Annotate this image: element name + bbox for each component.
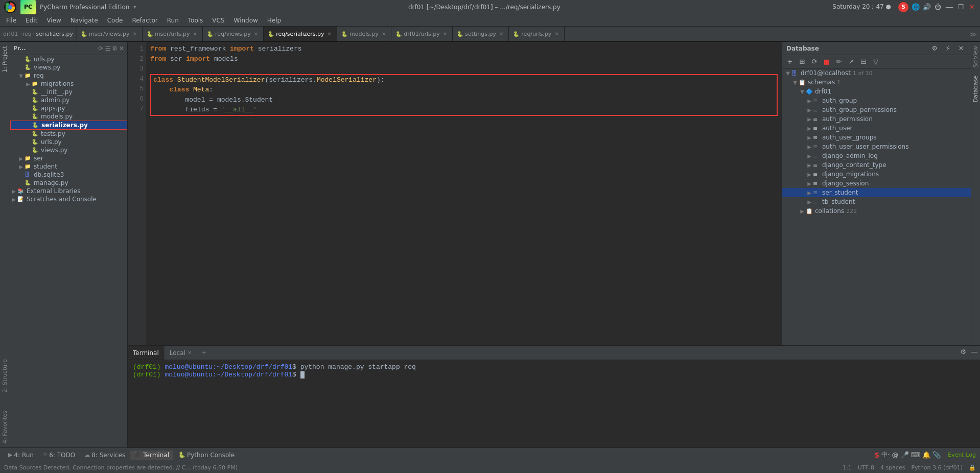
sidebar-close-btn[interactable]: ✕: [119, 45, 124, 52]
tree-folder-ext-libs[interactable]: ▶ 📚 External Libraries: [10, 187, 127, 195]
db-table-btn[interactable]: ⊟: [858, 56, 869, 67]
db-item-django-admin[interactable]: ▶ ≡ django_admin_log: [782, 151, 971, 160]
minimize-icon[interactable]: —: [945, 3, 953, 11]
tree-item-db[interactable]: 🗄 db.sqlite3: [10, 171, 127, 179]
db-item-django-migrations[interactable]: ▶ ≡ django_migrations: [782, 170, 971, 179]
network-icon[interactable]: 🌐: [912, 3, 920, 11]
db-item-drf01[interactable]: ▼ 🔷 drf01: [782, 87, 971, 96]
tree-item-manage[interactable]: 🐍 manage.py: [10, 179, 127, 187]
db-grid-btn[interactable]: ⊞: [797, 56, 808, 67]
db-item-django-content[interactable]: ▶ ≡ django_content_type: [782, 160, 971, 170]
db-item-schemas[interactable]: ▼ 📋 schemas 1: [782, 78, 971, 87]
db-item-auth-group[interactable]: ▶ ≡ auth_group: [782, 96, 971, 105]
menu-code[interactable]: Code: [103, 16, 127, 25]
tree-item-tests[interactable]: 🐍 tests.py: [10, 130, 127, 138]
db-refresh-btn[interactable]: ⟳: [809, 56, 820, 67]
db-item-auth-user[interactable]: ▶ ≡ auth_user: [782, 124, 971, 133]
tab-mser-views[interactable]: 🐍 mser/views.py ✕: [77, 27, 143, 41]
tab-close-req-views[interactable]: ✕: [253, 31, 259, 37]
menu-help[interactable]: Help: [263, 16, 285, 25]
cursor-position[interactable]: 1:1: [843, 464, 852, 471]
menu-tools[interactable]: Tools: [184, 16, 207, 25]
db-item-tb-student[interactable]: ▶ ≡ tb_student: [782, 197, 971, 206]
dropdown-arrow[interactable]: ▾: [133, 4, 136, 10]
project-panel-tab[interactable]: 1: Project: [1, 42, 9, 77]
tab-req-urls[interactable]: 🐍 req/urls.py ✕: [509, 27, 564, 41]
tree-item-models[interactable]: 🐍 models.py: [10, 112, 127, 121]
encoding[interactable]: UTF-8: [858, 464, 874, 471]
menu-vcs[interactable]: VCS: [208, 16, 228, 25]
more-tabs-btn[interactable]: ≫: [966, 27, 980, 41]
menu-navigate[interactable]: Navigate: [66, 16, 102, 25]
tab-close-req-urls[interactable]: ✕: [553, 31, 559, 37]
db-edit-btn[interactable]: ✏: [833, 56, 845, 67]
menu-window[interactable]: Window: [230, 16, 262, 25]
sidebar-gear-btn[interactable]: ⚙: [112, 45, 118, 52]
db-stop-btn[interactable]: ■: [821, 56, 832, 67]
tree-item-urls[interactable]: 🐍 urls.py: [10, 55, 127, 63]
tree-folder-ser[interactable]: ▶ 📁 ser: [10, 154, 127, 162]
restore-icon[interactable]: ❐: [956, 3, 965, 11]
database-tab[interactable]: Database: [971, 72, 980, 107]
chrome-icon[interactable]: [4, 1, 16, 13]
db-move-btn[interactable]: ↗: [846, 56, 857, 67]
db-filter-btn[interactable]: ⚡: [942, 43, 953, 54]
services-btn[interactable]: ☁ 8: Services: [80, 451, 129, 460]
db-item-auth-user-perms[interactable]: ▶ ≡ auth_user_user_permissions: [782, 142, 971, 151]
menu-run[interactable]: Run: [163, 16, 183, 25]
tab-close-settings[interactable]: ✕: [498, 31, 504, 37]
menu-view[interactable]: View: [42, 16, 65, 25]
todo-btn[interactable]: ≡ 6: TODO: [39, 451, 79, 460]
tab-close-drf01-urls[interactable]: ✕: [442, 31, 448, 37]
tree-item-init[interactable]: 🐍 __init__.py: [10, 88, 127, 96]
power-icon[interactable]: ⏻: [934, 3, 942, 11]
tree-item-req-urls[interactable]: 🐍 urls.py: [10, 138, 127, 146]
db-settings-btn[interactable]: ⚙: [929, 43, 940, 54]
menu-refactor[interactable]: Refactor: [128, 16, 161, 25]
python-version[interactable]: Python 3.6 (drf01): [911, 464, 963, 471]
tab-close-mser-urls[interactable]: ✕: [192, 31, 198, 37]
code-editor[interactable]: from rest_framework import serializers f…: [146, 42, 782, 345]
close-icon[interactable]: ✕: [968, 3, 976, 11]
db-item-collations[interactable]: ▶ 📋 collations 222: [782, 206, 971, 216]
sciview-tab[interactable]: SciView: [971, 42, 980, 72]
run-btn[interactable]: ▶ 4: Run: [4, 451, 38, 460]
python-console-btn[interactable]: 🐍 Python Console: [174, 451, 239, 460]
tree-item-views[interactable]: 🐍 views.py: [10, 63, 127, 72]
db-item-auth-group-perms[interactable]: ▶ ≡ auth_group_permissions: [782, 105, 971, 114]
sidebar-settings-btn[interactable]: ☰: [105, 45, 110, 52]
db-item-django-session[interactable]: ▶ ≡ django_session: [782, 179, 971, 188]
tab-close-req-serializers[interactable]: ✕: [326, 31, 333, 37]
tab-settings[interactable]: 🐍 settings.py ✕: [453, 27, 509, 41]
db-add-btn[interactable]: +: [784, 56, 796, 67]
terminal-settings-btn[interactable]: ⚙: [958, 346, 969, 357]
tab-mser-urls[interactable]: 🐍 mser/urls.py ✕: [143, 27, 203, 41]
indent-info[interactable]: 4 spaces: [880, 464, 905, 471]
tab-req-views[interactable]: 🐍 req/views.py ✕: [203, 27, 264, 41]
favorites-tab[interactable]: 4: Favorites: [1, 407, 9, 447]
db-item-host[interactable]: ▼ 🗄 drf01@localhost 1 of 10: [782, 68, 971, 78]
tab-req-serializers[interactable]: 🐍 req/serializers.py ✕: [264, 27, 337, 41]
terminal-tab-local[interactable]: Local ✕: [165, 346, 198, 360]
tree-item-admin[interactable]: 🐍 admin.py: [10, 96, 127, 104]
terminal-add-tab[interactable]: +: [197, 346, 211, 360]
db-item-auth-user-groups[interactable]: ▶ ≡ auth_user_groups: [782, 133, 971, 142]
sidebar-sync-btn[interactable]: ⟳: [98, 45, 103, 52]
terminal-btn[interactable]: ⬛ Terminal: [130, 451, 173, 460]
terminal-tab-close[interactable]: ✕: [188, 350, 192, 356]
tab-models[interactable]: 🐍 models.py ✕: [337, 27, 391, 41]
db-close-btn[interactable]: ✕: [955, 43, 967, 54]
editor[interactable]: 1 2 3 4 5 6 7 from rest_framework import…: [128, 42, 782, 345]
sohu-icon[interactable]: S: [898, 2, 908, 12]
tree-folder-scratches[interactable]: ▶ 📝 Scratches and Console: [10, 195, 127, 203]
tree-folder-migrations[interactable]: ▶ 📁 migrations: [10, 80, 127, 88]
terminal-tab-terminal[interactable]: Terminal: [128, 346, 165, 360]
db-item-auth-perm[interactable]: ▶ ≡ auth_permission: [782, 114, 971, 124]
terminal-content[interactable]: (drf01) moluo@ubuntu:~/Desktop/drf/drf01…: [128, 360, 980, 447]
menu-file[interactable]: File: [2, 16, 20, 25]
tab-close-models[interactable]: ✕: [381, 31, 387, 37]
menu-edit[interactable]: Edit: [21, 16, 41, 25]
tab-close-mser-views[interactable]: ✕: [131, 31, 137, 37]
db-filter-btn2[interactable]: ▽: [870, 56, 881, 67]
tree-item-serializers[interactable]: 🐍 serializers.py: [10, 121, 127, 130]
